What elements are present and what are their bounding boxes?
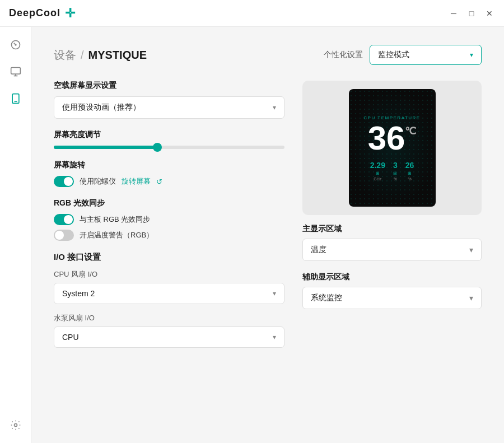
screen-stat-label-1: % xyxy=(394,177,397,181)
cpu-fan-label: CPU 风扇 I/O xyxy=(54,269,284,279)
rotation-toggle-row: 使用陀螺仪 旋转屏幕 ↺ xyxy=(54,176,284,187)
window-controls: ─ □ ✕ xyxy=(448,8,495,19)
screen-stat-value-0: 2.29 xyxy=(370,161,385,170)
water-pump-block: 水泵风扇 I/O CPU ▾ xyxy=(54,313,284,348)
brightness-section: 屏幕亮度调节 xyxy=(54,130,284,149)
aux-display-select[interactable]: 系统监控 ▾ xyxy=(302,287,482,309)
rgb-sync-row: 与主板 RGB 光效同步 xyxy=(54,214,284,225)
rotation-toggle-knob xyxy=(64,177,73,186)
screen-stat-value-1: 3 xyxy=(393,161,398,170)
screen-stat-2: 26 ⊞ % xyxy=(405,161,414,181)
minimize-button[interactable]: ─ xyxy=(448,8,459,19)
device-screen: CPU TEMPERATURE 36 ℃ 2.29 ⊞ GHz xyxy=(349,89,436,207)
sidebar-item-monitor[interactable] xyxy=(4,60,27,83)
screen-stat-value-2: 26 xyxy=(405,161,414,170)
brightness-slider-track[interactable] xyxy=(54,146,284,149)
mode-select-value: 监控模式 xyxy=(378,50,409,60)
mode-select[interactable]: 监控模式 ▾ xyxy=(370,45,482,65)
rotation-link2[interactable]: ↺ xyxy=(156,178,162,186)
screen-stat-1: 3 ⊞ % xyxy=(393,161,398,181)
sidebar xyxy=(0,27,31,443)
titlebar: DeepCool ✛ ─ □ ✕ xyxy=(0,0,504,27)
breadcrumb-current: MYSTIQUE xyxy=(88,49,147,62)
cpu-fan-chevron: ▾ xyxy=(273,290,276,297)
idle-screen-chevron: ▾ xyxy=(273,104,276,111)
idle-screen-section: 空载屏幕显示设置 使用预设动画（推荐） ▾ xyxy=(54,81,284,119)
logo-icon: ✛ xyxy=(65,6,75,21)
rgb-sync-label: 与主板 RGB 光效同步 xyxy=(80,214,150,225)
gauge-icon xyxy=(10,39,21,50)
personalization-label: 个性化设置 xyxy=(324,50,363,60)
aux-display-value: 系统监控 xyxy=(311,293,342,303)
aux-display-chevron: ▾ xyxy=(469,293,473,302)
rotation-link[interactable]: 旋转屏幕 xyxy=(122,176,151,186)
rgb-section: RGB 光效同步 与主板 RGB 光效同步 开启温度警告（RGB） xyxy=(54,198,284,241)
app-logo: DeepCool ✛ xyxy=(9,6,75,21)
svg-point-7 xyxy=(14,424,17,427)
screen-stat-icon-2: ⊞ xyxy=(408,171,412,176)
app-name: DeepCool xyxy=(9,7,60,19)
sidebar-item-settings[interactable] xyxy=(4,414,27,436)
left-panel: 空载屏幕显示设置 使用预设动画（推荐） ▾ 屏幕亮度调节 屏 xyxy=(54,81,284,425)
cpu-fan-select[interactable]: System 2 ▾ xyxy=(54,283,284,304)
rgb-temp-row: 开启温度警告（RGB） xyxy=(54,230,284,241)
screen-stat-label-2: % xyxy=(408,177,411,181)
svg-point-1 xyxy=(15,44,16,45)
content-columns: 空载屏幕显示设置 使用预设动画（推荐） ▾ 屏幕亮度调节 屏 xyxy=(54,81,482,425)
io-title: I/O 接口设置 xyxy=(54,252,284,263)
idle-screen-select[interactable]: 使用预设动画（推荐） ▾ xyxy=(54,96,284,119)
main-display-label: 主显示区域 xyxy=(302,224,482,234)
rgb-temp-toggle-knob xyxy=(55,231,64,240)
idle-screen-value: 使用预设动画（推荐） xyxy=(62,102,141,113)
brightness-slider-fill xyxy=(54,146,157,149)
mode-select-chevron: ▾ xyxy=(470,51,473,59)
app-body: 设备 / MYSTIQUE 个性化设置 监控模式 ▾ 空载屏幕显示设置 xyxy=(0,27,504,443)
water-pump-label: 水泵风扇 I/O xyxy=(54,313,284,323)
breadcrumb: 设备 / MYSTIQUE xyxy=(54,48,147,63)
header-right: 个性化设置 监控模式 ▾ xyxy=(324,45,482,65)
screen-temp-value: 36 xyxy=(368,122,405,155)
screen-stat-label-0: GHz xyxy=(374,177,381,181)
right-panel: CPU TEMPERATURE 36 ℃ 2.29 ⊞ GHz xyxy=(302,81,482,425)
water-pump-chevron: ▾ xyxy=(273,333,276,341)
device-preview-card: CPU TEMPERATURE 36 ℃ 2.29 ⊞ GHz xyxy=(302,81,482,215)
close-button[interactable]: ✕ xyxy=(484,8,495,19)
brightness-slider-thumb[interactable] xyxy=(153,143,162,152)
screen-stat-icon-1: ⊞ xyxy=(393,171,397,176)
brightness-label: 屏幕亮度调节 xyxy=(54,130,284,140)
breadcrumb-parent: 设备 xyxy=(54,48,76,63)
aux-display-label: 辅助显示区域 xyxy=(302,272,482,282)
screen-stat-icon-0: ⊞ xyxy=(376,171,380,176)
screen-temp: 36 ℃ xyxy=(368,122,417,155)
rgb-temp-toggle[interactable] xyxy=(54,230,74,241)
rotation-section: 屏幕旋转 使用陀螺仪 旋转屏幕 ↺ xyxy=(54,160,284,187)
rotation-toggle-label: 使用陀螺仪 xyxy=(80,176,116,186)
breadcrumb-separator: / xyxy=(81,49,84,62)
screen-stats: 2.29 ⊞ GHz 3 ⊞ % 26 xyxy=(370,161,414,181)
rgb-sync-toggle-knob xyxy=(64,215,73,224)
rgb-sync-toggle[interactable] xyxy=(54,214,74,225)
device-icon xyxy=(10,93,21,104)
main-display-section: 主显示区域 温度 ▾ xyxy=(302,224,482,261)
screen-stat-0: 2.29 ⊞ GHz xyxy=(370,161,385,181)
aux-display-section: 辅助显示区域 系统监控 ▾ xyxy=(302,272,482,309)
cpu-fan-block: CPU 风扇 I/O System 2 ▾ xyxy=(54,269,284,304)
rotation-toggle[interactable] xyxy=(54,176,74,187)
rgb-temp-label: 开启温度警告（RGB） xyxy=(80,230,153,240)
cpu-fan-value: System 2 xyxy=(62,289,95,298)
sidebar-item-device[interactable] xyxy=(4,87,27,110)
svg-rect-2 xyxy=(11,68,20,74)
main-display-select[interactable]: 温度 ▾ xyxy=(302,239,482,261)
maximize-button[interactable]: □ xyxy=(466,8,477,19)
main-display-chevron: ▾ xyxy=(469,245,473,254)
water-pump-select[interactable]: CPU ▾ xyxy=(54,327,284,348)
io-section: I/O 接口设置 CPU 风扇 I/O System 2 ▾ 水泵风扇 I/O … xyxy=(54,252,284,357)
page-header: 设备 / MYSTIQUE 个性化设置 监控模式 ▾ xyxy=(54,45,482,65)
main-display-value: 温度 xyxy=(311,245,326,255)
rotation-label: 屏幕旋转 xyxy=(54,160,284,170)
rgb-label: RGB 光效同步 xyxy=(54,198,284,208)
screen-temp-unit: ℃ xyxy=(405,126,416,136)
settings-icon xyxy=(10,419,21,431)
screen-content: CPU TEMPERATURE 36 ℃ 2.29 ⊞ GHz xyxy=(356,115,429,181)
sidebar-item-gauge[interactable] xyxy=(4,34,27,56)
